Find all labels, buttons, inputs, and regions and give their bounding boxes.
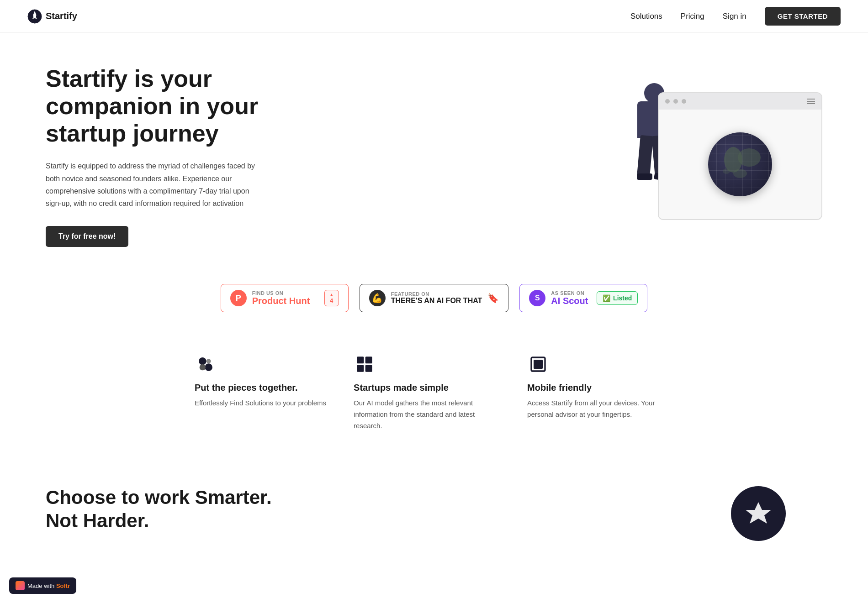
check-icon: ✅	[603, 294, 610, 302]
upvote-count: 4	[330, 297, 333, 304]
feature-mobile-title: Mobile friendly	[527, 383, 673, 393]
bottom-title: Choose to work Smarter. Not Harder.	[46, 486, 274, 532]
badge-scout-text: AS SEEN ON AI Scout	[551, 290, 588, 306]
nav-links: Solutions Pricing Sign in GET STARTED	[630, 7, 841, 26]
globe-graphic	[708, 132, 772, 196]
svg-point-7	[733, 169, 747, 178]
listed-label: Listed	[613, 294, 632, 302]
feature-mobile: Mobile friendly Access Startify from all…	[527, 353, 673, 431]
nav-signin[interactable]: Sign in	[723, 12, 746, 21]
feature-pieces-title: Put the pieces together.	[195, 383, 326, 393]
svg-point-12	[206, 359, 211, 363]
hero-content: Startify is your companion in your start…	[46, 65, 302, 247]
browser-content	[659, 110, 821, 219]
svg-point-10	[205, 363, 212, 371]
bottom-logo-circle	[731, 486, 786, 541]
badge-scout-label: AS SEEN ON	[551, 290, 588, 296]
browser-dot-3	[682, 99, 686, 104]
person-leg-left	[637, 135, 653, 177]
browser-dot-2	[673, 99, 678, 104]
features-section: Put the pieces together. Effortlessly Fi…	[0, 335, 868, 459]
navbar: Startify Solutions Pricing Sign in GET S…	[0, 0, 868, 33]
feature-pieces-desc: Effortlessly Find Solutions to your prob…	[195, 398, 326, 409]
hero-description: Startify is equipped to address the myri…	[46, 160, 265, 210]
svg-rect-16	[365, 365, 372, 372]
badge-ph-upvote: ▲ 4	[324, 290, 339, 306]
badge-listed: ✅ Listed	[597, 291, 638, 305]
ai-for-that-icon: 💪	[369, 290, 386, 306]
bookmark-icon: 🔖	[487, 293, 499, 304]
svg-point-8	[723, 168, 730, 174]
feature-simple: Startups made simple Our AI model gather…	[354, 353, 500, 431]
svg-rect-15	[357, 365, 364, 372]
feature-mobile-desc: Access Startify from all your devices. Y…	[527, 398, 673, 420]
feature-pieces: Put the pieces together. Effortlessly Fi…	[195, 353, 326, 431]
feature-simple-desc: Our AI model gathers the most relevant i…	[354, 398, 500, 431]
try-free-button[interactable]: Try for free now!	[46, 226, 128, 247]
badges-section: P FIND US ON Product Hunt ▲ 4 💪 FEATURED…	[0, 270, 868, 335]
browser-menu-icon	[807, 99, 815, 104]
upvote-arrow-icon: ▲	[329, 292, 334, 297]
badge-ai-text: FEATURED ON THERE'S AN AI FOR THAT	[391, 291, 482, 305]
badge-ai-name: THERE'S AN AI FOR THAT	[391, 297, 482, 305]
person-foot-left	[637, 173, 652, 180]
svg-point-11	[200, 364, 206, 370]
svg-rect-14	[365, 357, 372, 363]
svg-rect-13	[357, 357, 364, 363]
hero-illustration	[630, 79, 822, 234]
badge-ph-name: Product Hunt	[252, 296, 310, 306]
hero-section: Startify is your companion in your start…	[0, 33, 868, 270]
logo[interactable]: Startify	[27, 9, 77, 24]
badge-ai-label: FEATURED ON	[391, 291, 482, 297]
svg-marker-21	[746, 502, 771, 524]
feature-simple-title: Startups made simple	[354, 383, 500, 393]
badge-product-hunt[interactable]: P FIND US ON Product Hunt ▲ 4	[221, 284, 349, 312]
browser-dot-1	[665, 99, 670, 104]
simple-icon	[354, 353, 376, 375]
badge-ph-text: FIND US ON Product Hunt	[252, 290, 310, 306]
pieces-icon	[195, 353, 217, 375]
badge-ai-for-that[interactable]: 💪 FEATURED ON THERE'S AN AI FOR THAT 🔖	[360, 284, 509, 312]
bottom-section: Choose to work Smarter. Not Harder.	[0, 459, 868, 577]
svg-point-6	[738, 148, 761, 167]
badge-ai-scout[interactable]: S AS SEEN ON AI Scout ✅ Listed	[519, 284, 647, 312]
bottom-right	[731, 486, 822, 559]
product-hunt-icon: P	[230, 290, 247, 306]
browser-window	[658, 92, 822, 220]
mobile-icon	[527, 353, 549, 375]
browser-bar	[659, 93, 821, 110]
ai-scout-icon: S	[529, 290, 545, 306]
nav-pricing[interactable]: Pricing	[681, 12, 704, 21]
svg-point-9	[199, 357, 206, 365]
svg-rect-20	[534, 360, 543, 369]
hero-title: Startify is your companion in your start…	[46, 65, 302, 147]
bottom-left: Choose to work Smarter. Not Harder.	[46, 486, 274, 532]
get-started-button[interactable]: GET STARTED	[765, 7, 841, 26]
logo-text: Startify	[46, 11, 77, 21]
badge-scout-name: AI Scout	[551, 296, 588, 306]
nav-solutions[interactable]: Solutions	[630, 12, 662, 21]
badge-ph-label: FIND US ON	[252, 290, 310, 296]
